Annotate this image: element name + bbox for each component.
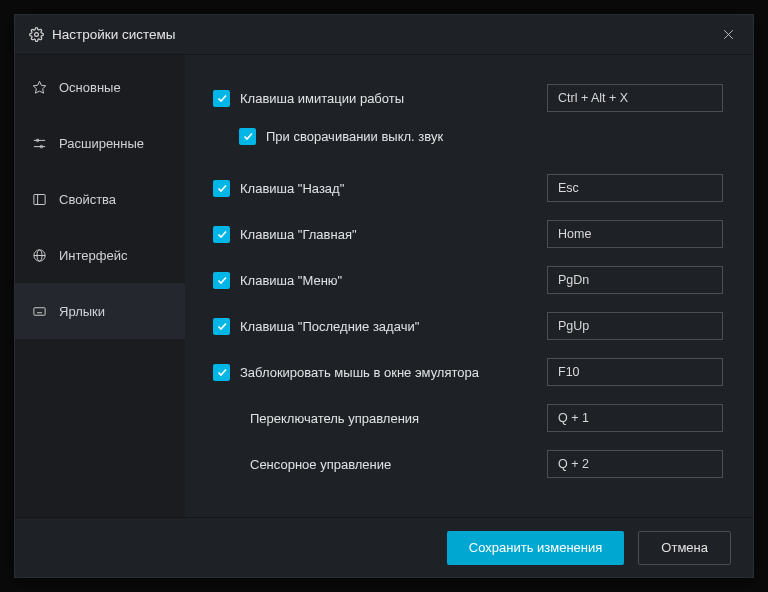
row-recent-key: Клавиша "Последние задачи" PgUp bbox=[213, 305, 723, 347]
sidebar-item-shortcuts[interactable]: Ярлыки bbox=[15, 283, 185, 339]
checkbox-lock-mouse[interactable] bbox=[213, 364, 230, 381]
sidebar-item-label: Основные bbox=[59, 80, 121, 95]
sidebar-item-label: Свойства bbox=[59, 192, 116, 207]
row-lock-mouse: Заблокировать мышь в окне эмулятора F10 bbox=[213, 351, 723, 393]
shortcut-lock-mouse[interactable]: F10 bbox=[547, 358, 723, 386]
checkbox-sim-key[interactable] bbox=[213, 90, 230, 107]
shortcut-home-key[interactable]: Home bbox=[547, 220, 723, 248]
label-recent-key: Клавиша "Последние задачи" bbox=[240, 319, 419, 334]
shortcut-sim-key[interactable]: Ctrl + Alt + X bbox=[547, 84, 723, 112]
globe-icon bbox=[31, 248, 47, 263]
svg-rect-13 bbox=[33, 307, 44, 315]
sidebar-item-basic[interactable]: Основные bbox=[15, 59, 185, 115]
footer: Сохранить изменения Отмена bbox=[15, 517, 753, 577]
checkbox-recent-key[interactable] bbox=[213, 318, 230, 335]
checkbox-back-key[interactable] bbox=[213, 180, 230, 197]
svg-rect-8 bbox=[33, 194, 44, 204]
sidebar-item-interface[interactable]: Интерфейс bbox=[15, 227, 185, 283]
close-button[interactable] bbox=[718, 24, 739, 45]
save-button[interactable]: Сохранить изменения bbox=[447, 531, 625, 565]
titlebar: Настройки системы bbox=[15, 15, 753, 55]
label-touch-ctrl: Сенсорное управление bbox=[250, 457, 391, 472]
star-icon bbox=[31, 80, 47, 95]
row-back-key: Клавиша "Назад" Esc bbox=[213, 167, 723, 209]
window-title: Настройки системы bbox=[52, 27, 176, 42]
row-touch-ctrl: Сенсорное управление Q + 2 bbox=[213, 443, 723, 485]
window-body: Основные Расширенные Свойства Интерфейс … bbox=[15, 55, 753, 517]
sidebar-item-label: Ярлыки bbox=[59, 304, 105, 319]
label-ctrl-switch: Переключатель управления bbox=[250, 411, 419, 426]
sidebar-item-label: Интерфейс bbox=[59, 248, 127, 263]
shortcut-touch-ctrl[interactable]: Q + 2 bbox=[547, 450, 723, 478]
layout-icon bbox=[31, 192, 47, 207]
shortcut-ctrl-switch[interactable]: Q + 1 bbox=[547, 404, 723, 432]
label-sim-mute: При сворачивании выкл. звук bbox=[266, 129, 443, 144]
row-ctrl-switch: Переключатель управления Q + 1 bbox=[213, 397, 723, 439]
sidebar-item-properties[interactable]: Свойства bbox=[15, 171, 185, 227]
label-sim-key: Клавиша имитации работы bbox=[240, 91, 404, 106]
svg-point-0 bbox=[35, 33, 39, 37]
row-sim-mute: При сворачивании выкл. звук bbox=[213, 115, 723, 157]
settings-window: Настройки системы Основные Расширенные С… bbox=[14, 14, 754, 578]
row-home-key: Клавиша "Главная" Home bbox=[213, 213, 723, 255]
sidebar-item-label: Расширенные bbox=[59, 136, 144, 151]
shortcut-menu-key[interactable]: PgDn bbox=[547, 266, 723, 294]
label-menu-key: Клавиша "Меню" bbox=[240, 273, 342, 288]
label-back-key: Клавиша "Назад" bbox=[240, 181, 344, 196]
checkbox-home-key[interactable] bbox=[213, 226, 230, 243]
sidebar-item-advanced[interactable]: Расширенные bbox=[15, 115, 185, 171]
label-home-key: Клавиша "Главная" bbox=[240, 227, 357, 242]
checkbox-sim-mute[interactable] bbox=[239, 128, 256, 145]
label-lock-mouse: Заблокировать мышь в окне эмулятора bbox=[240, 365, 479, 380]
content-panel: Клавиша имитации работы Ctrl + Alt + X П… bbox=[185, 55, 753, 517]
gear-icon bbox=[29, 27, 44, 42]
row-menu-key: Клавиша "Меню" PgDn bbox=[213, 259, 723, 301]
row-sim-key: Клавиша имитации работы Ctrl + Alt + X bbox=[213, 77, 723, 119]
shortcut-recent-key[interactable]: PgUp bbox=[547, 312, 723, 340]
sliders-icon bbox=[31, 136, 47, 151]
checkbox-menu-key[interactable] bbox=[213, 272, 230, 289]
keyboard-icon bbox=[31, 304, 47, 319]
cancel-button[interactable]: Отмена bbox=[638, 531, 731, 565]
svg-marker-3 bbox=[33, 81, 46, 93]
sidebar: Основные Расширенные Свойства Интерфейс … bbox=[15, 55, 185, 517]
shortcut-back-key[interactable]: Esc bbox=[547, 174, 723, 202]
